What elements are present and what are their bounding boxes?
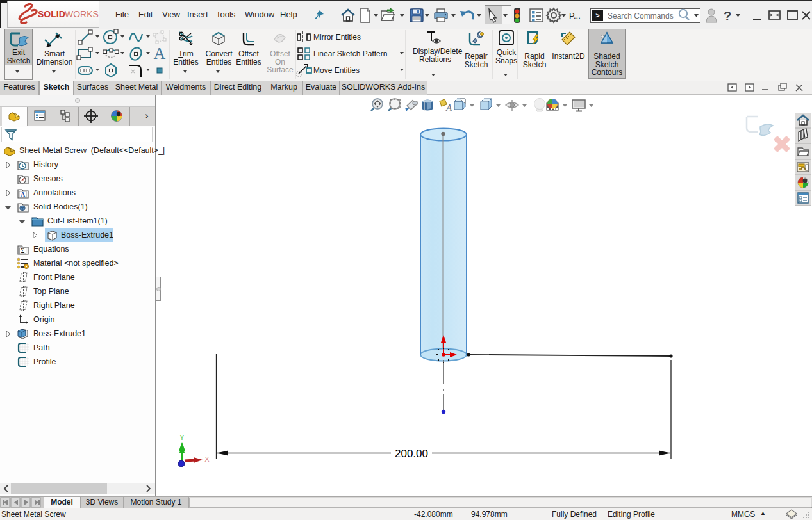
svg-text:A: A: [445, 102, 452, 113]
svg-text:Y: Y: [179, 434, 185, 441]
svg-text:A: A: [154, 44, 166, 63]
svg-text:X: X: [204, 455, 210, 463]
svg-text:200.00: 200.00: [395, 448, 428, 460]
svg-text:?: ?: [724, 9, 731, 23]
svg-text:Σ: Σ: [21, 247, 25, 254]
svg-text:P...: P...: [569, 11, 581, 20]
svg-text:A: A: [21, 191, 26, 198]
